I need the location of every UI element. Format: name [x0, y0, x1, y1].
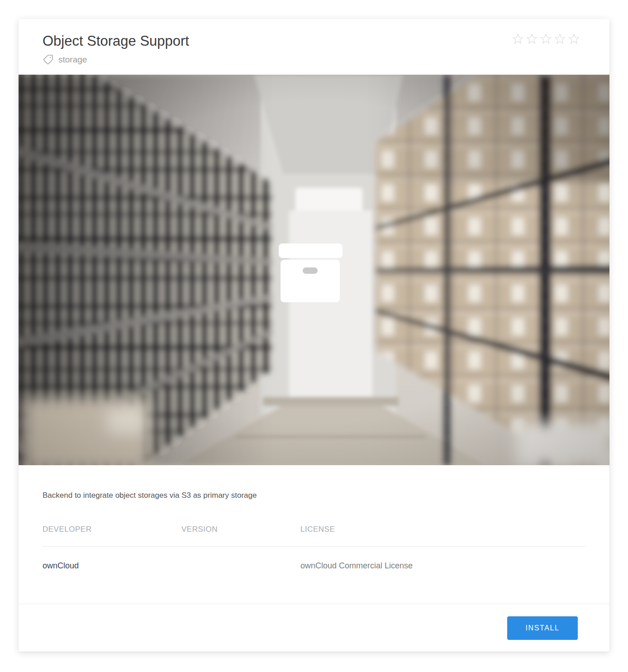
star-icon: [540, 33, 552, 45]
tag-label: storage: [58, 55, 87, 65]
tag-icon: [43, 54, 53, 65]
tag-row: storage: [43, 53, 585, 66]
table-row: ownCloud ownCloud Commercial License: [43, 547, 585, 571]
app-detail-card: Object Storage Support storage: [19, 19, 609, 652]
star-icon: [512, 33, 523, 45]
column-header-developer: DEVELOPER: [43, 525, 181, 534]
install-button[interactable]: INSTALL: [507, 616, 578, 640]
archive-room-illustration: [19, 75, 609, 465]
app-description: Backend to integrate object storages via…: [19, 491, 609, 500]
column-header-version: VERSION: [181, 525, 300, 534]
archive-box-icon: [279, 243, 343, 302]
meta-table: DEVELOPER VERSION LICENSE ownCloud ownCl…: [43, 525, 585, 571]
star-icon: [568, 33, 580, 45]
card-footer: INSTALL: [19, 604, 609, 652]
version-value: [181, 561, 300, 571]
hero-image: [19, 75, 609, 465]
developer-value: ownCloud: [43, 561, 181, 571]
star-icon: [526, 33, 538, 45]
license-value: ownCloud Commercial License: [300, 561, 585, 571]
card-header: Object Storage Support storage: [19, 19, 609, 66]
column-header-license: LICENSE: [300, 525, 585, 534]
star-icon: [554, 33, 566, 45]
meta-table-header: DEVELOPER VERSION LICENSE: [43, 525, 585, 547]
page-title: Object Storage Support: [43, 33, 585, 50]
rating-stars: [512, 33, 580, 45]
